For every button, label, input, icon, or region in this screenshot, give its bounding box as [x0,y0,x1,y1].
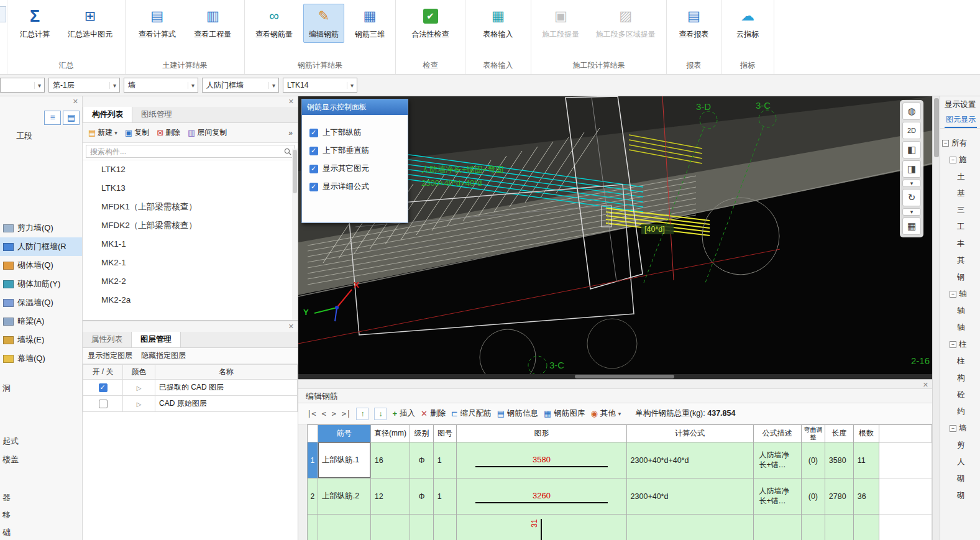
show-layers-button[interactable]: 显示指定图层 [88,350,132,361]
rail-item[interactable]: 保温墙(Q) [0,293,82,312]
move-row-up-button[interactable]: ↑ [356,408,369,420]
section-multi-extract-button[interactable]: ▨ 施工段多区域提量 [590,4,661,43]
rail-item[interactable]: 砌体加筋(Y) [0,275,82,293]
tab-layer-manage[interactable]: 图层管理 [131,331,181,347]
expand-icon[interactable]: ▷ [137,385,142,391]
delete-button[interactable]: ⊠ 删除 [153,126,183,140]
close-icon[interactable]: ✕ [288,98,294,106]
tab-property-list[interactable]: 属性列表 [83,332,131,347]
component-list-item[interactable]: MFDK1（上部梁需核查） [83,198,298,216]
rail-item[interactable]: 幕墙(Q) [0,349,82,368]
copy-button[interactable]: ▣ 复制 [122,126,152,140]
cell-rebar-name[interactable]: 上部纵筋.2 [318,478,370,515]
view-quantity-button[interactable]: ▥ 查看工程量 [188,4,237,43]
tab-drawing-manage[interactable]: 图纸管理 [132,107,181,122]
tree-node[interactable]: −墙 [940,420,980,437]
checkbox[interactable] [309,147,318,155]
edit-rebar-button[interactable]: ✎ 编辑钢筋 [303,4,344,43]
display-option[interactable]: 显示详细公式 [309,178,401,196]
chevron-down-icon[interactable]: ▾ [268,82,278,89]
cell-count[interactable]: 36 [853,478,879,515]
rail-item[interactable]: 墙垛(E) [0,331,82,349]
tree-node[interactable]: 人 [940,454,980,470]
tree-node[interactable]: 工 [940,219,980,236]
component-list-item[interactable]: MK1-1 [83,235,298,254]
rail-item[interactable]: 暗梁(A) [0,312,82,331]
floor-combo[interactable]: 第-1层 ▾ [48,78,120,93]
rail-item[interactable]: 起式 [2,433,19,449]
summary-calc-button[interactable]: Σ 汇总计算 [14,4,55,43]
batch-select-button[interactable]: ▦ [902,217,921,235]
tree-node[interactable]: 构 [940,370,980,387]
cell-formula[interactable]: 2300+40*d [626,478,753,515]
close-icon[interactable]: ✕ [288,323,294,331]
main-vertical-scrollbar[interactable] [932,96,940,540]
search-input[interactable] [86,147,282,156]
rebar-info-button[interactable]: ▤ 钢筋信息 [497,408,538,419]
tab-component-list[interactable]: 构件列表 [83,106,132,122]
tree-node[interactable]: 砌 [940,487,980,504]
tree-node[interactable]: 钢 [940,269,980,286]
cell-rebar-name[interactable]: 上部纵筋.1 [318,442,370,478]
cell-adjust[interactable]: (0) [802,478,825,515]
hide-layers-button[interactable]: 隐藏指定图层 [141,350,186,361]
new-button[interactable]: ▤ 新建 ▾ [85,126,121,140]
cell-count[interactable]: 11 [853,442,879,478]
display-option[interactable]: 上下部纵筋 [309,124,401,142]
close-icon[interactable]: ✕ [923,381,928,389]
cell-grade[interactable]: Φ [410,478,434,515]
category-combo[interactable]: 墙 ▾ [124,78,198,93]
tree-node[interactable]: 轴 [940,319,980,336]
cell-length[interactable]: 2780 [825,478,853,515]
cell-shape[interactable]: 3580 [457,442,626,478]
delete-row-button[interactable]: ✕ 删除 [421,408,446,419]
top-view-button[interactable]: ◧ [902,141,921,158]
cell-grade[interactable]: Φ [410,442,434,478]
cell-shape[interactable]: 31 [457,515,626,540]
table-input-button[interactable]: ▦ 表格输入 [478,4,519,43]
tree-node[interactable]: −轴 [940,286,980,303]
component-list-item[interactable]: MK2-2 [83,272,298,291]
insert-row-button[interactable]: + 插入 [392,408,415,419]
move-row-down-button[interactable]: ↓ [374,408,387,420]
rail-item[interactable]: 移 [2,507,11,523]
cell-shape[interactable]: 3260 [457,478,626,515]
first-record-button[interactable]: |< [307,410,316,418]
card-view-button[interactable]: ▤ [63,111,80,125]
collapse-toggle-icon[interactable]: − [950,291,956,298]
scrollbar[interactable] [292,149,298,320]
orbit-tool-button[interactable]: ◍ [902,103,921,120]
cell-fig-no[interactable]: 1 [433,478,457,515]
checkbox[interactable] [309,183,318,191]
rail-item[interactable]: 楼盖 [2,452,19,468]
last-record-button[interactable]: >| [342,410,350,418]
display-option[interactable]: 上下部垂直筋 [309,142,401,160]
panel-drag-handle[interactable]: ✕ [298,380,932,388]
view-rebar-quantity-button[interactable]: ∞ 查看钢筋量 [250,4,298,43]
list-view-button[interactable]: ≡ [44,111,61,125]
section-extract-button[interactable]: ▣ 施工段提量 [536,4,585,43]
rail-item[interactable]: 洞 [2,380,11,396]
rail-item[interactable]: 础 [2,524,11,540]
cell-formula[interactable]: 2300+40*d+40*d [626,442,753,478]
rail-item[interactable]: 器 [2,490,11,506]
rail-section-label[interactable]: 工段 [0,128,82,144]
collapse-toggle-icon[interactable]: − [950,157,956,163]
tree-node[interactable]: 轴 [940,303,980,319]
rebar-library-button[interactable]: ▦ 钢筋图库 [544,408,585,419]
layer-name[interactable]: 已提取的 CAD 图层 [155,380,298,396]
component-list-item[interactable]: MK2-1 [83,254,298,272]
view-dropdown-button[interactable]: ▾ [902,180,921,187]
chevron-down-icon[interactable]: ▾ [34,82,44,89]
legality-check-button[interactable]: ✔ 合法性检查 [406,4,455,43]
other-menu-button[interactable]: ◉ 其他 ▾ [590,408,621,419]
component-list-item[interactable]: LTK12 [83,160,298,179]
panel-title[interactable]: 钢筋显示控制面板 [302,99,408,115]
tree-node[interactable]: 约 [940,403,980,420]
tree-node[interactable]: 砼 [940,387,980,403]
prev-record-button[interactable]: < [321,410,326,418]
tree-node[interactable]: 三 [940,202,980,219]
next-record-button[interactable]: > [332,410,336,418]
row-number[interactable]: 1 [308,442,318,478]
chevron-down-icon[interactable]: ▾ [188,82,198,89]
